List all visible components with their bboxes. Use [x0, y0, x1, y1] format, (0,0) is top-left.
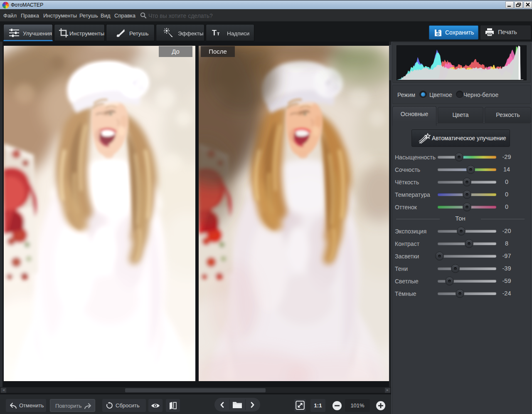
svg-text:T: T: [212, 29, 217, 37]
svg-text:т: т: [217, 30, 219, 37]
